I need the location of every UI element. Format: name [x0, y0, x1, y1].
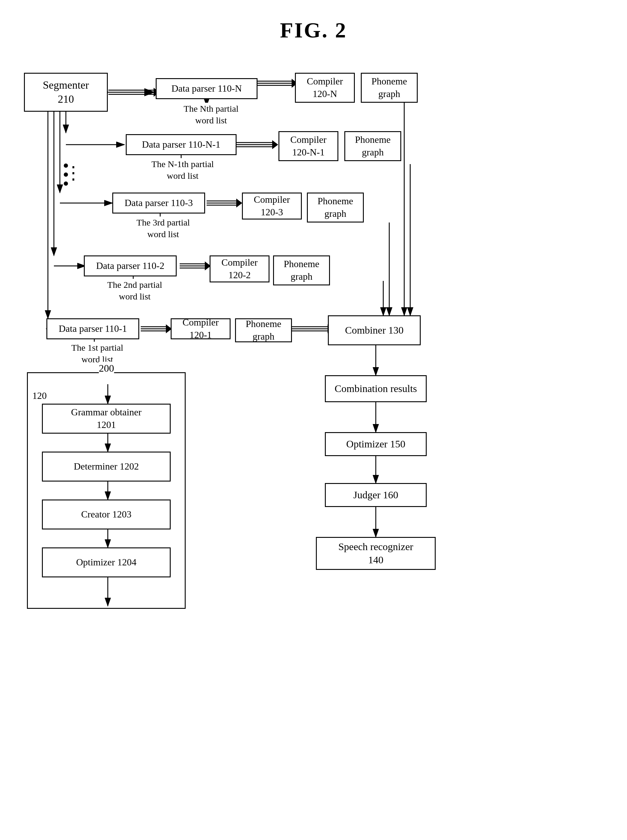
phoneme-graph-1-box: Phoneme graph — [235, 318, 292, 342]
compiler-n1-box: Compiler 120-N-1 — [279, 131, 338, 161]
phoneme-graph-1-label: Phoneme graph — [246, 318, 281, 343]
ellipsis-1: ⋮ — [65, 164, 82, 182]
compiler-2-label: Compiler 120-2 — [222, 256, 258, 281]
block-200-label: 200 — [99, 362, 114, 375]
creator-label: Creator 1203 — [81, 508, 131, 521]
data-parser-2-box: Data parser 110-2 — [84, 255, 176, 276]
phoneme-graph-n1-label: Phoneme graph — [355, 134, 391, 158]
optimizer-1204-label: Optimizer 1204 — [76, 556, 137, 569]
phoneme-graph-n-label: Phoneme graph — [371, 75, 407, 100]
compiler-3-label: Compiler 120-3 — [254, 194, 290, 218]
combiner-label: Combiner 130 — [345, 324, 403, 337]
compiler-n-label: Compiler 120-N — [307, 75, 343, 100]
grammar-obtainer-label: Grammar obtainer 1201 — [71, 406, 141, 431]
combination-results-box: Combination results — [325, 375, 427, 402]
compiler-2-box: Compiler 120-2 — [210, 255, 269, 282]
speech-recognizer-label: Speech recognizer 140 — [338, 540, 413, 567]
data-parser-n-box: Data parser 110-N — [156, 78, 257, 99]
third-partial-label: The 3rd partial word list — [117, 216, 210, 240]
svg-marker-27 — [236, 199, 242, 208]
compiler-n1-label: Compiler 120-N-1 — [290, 134, 327, 158]
data-parser-2-label: Data parser 110-2 — [96, 260, 164, 272]
n1th-partial-label: The N-1th partial word list — [130, 158, 235, 181]
optimizer-150-label: Optimizer 150 — [346, 438, 405, 451]
page-title: FIG. 2 — [0, 0, 627, 43]
data-parser-n1-label: Data parser 110-N-1 — [142, 138, 221, 151]
compiler-1-label: Compiler 120-1 — [183, 316, 219, 341]
optimizer-150-box: Optimizer 150 — [325, 432, 427, 456]
compiler-1-box: Compiler 120-1 — [171, 318, 230, 339]
grammar-obtainer-box: Grammar obtainer 1201 — [42, 404, 171, 433]
first-partial-label: The 1st partial word list — [51, 342, 144, 365]
determiner-label: Determiner 1202 — [74, 460, 139, 473]
second-partial-label: The 2nd partial word list — [88, 279, 181, 302]
data-parser-3-box: Data parser 110-3 — [112, 192, 205, 214]
segmenter-label: Segmenter 210 — [43, 78, 89, 106]
phoneme-graph-2-label: Phoneme graph — [284, 258, 319, 283]
speech-recognizer-box: Speech recognizer 140 — [316, 537, 436, 570]
combination-results-label: Combination results — [335, 382, 417, 395]
svg-marker-21 — [272, 140, 278, 149]
judger-box: Judger 160 — [325, 483, 427, 507]
creator-box: Creator 1203 — [42, 500, 171, 530]
combiner-box: Combiner 130 — [328, 315, 421, 345]
data-parser-3-label: Data parser 110-3 — [124, 197, 193, 209]
optimizer-1204-box: Optimizer 1204 — [42, 547, 171, 577]
phoneme-graph-3-label: Phoneme graph — [317, 195, 353, 220]
phoneme-graph-n1-box: Phoneme graph — [344, 131, 401, 161]
block-120-label: 120 — [32, 389, 47, 402]
segmenter-box: Segmenter 210 — [24, 73, 108, 112]
nth-partial-label: The Nth partial word list — [160, 103, 262, 126]
compiler-n-box: Compiler 120-N — [295, 73, 355, 103]
phoneme-graph-3-box: Phoneme graph — [307, 192, 364, 222]
data-parser-n-label: Data parser 110-N — [171, 82, 242, 95]
determiner-box: Determiner 1202 — [42, 452, 171, 482]
judger-label: Judger 160 — [353, 489, 398, 501]
data-parser-1-label: Data parser 110-1 — [59, 323, 127, 335]
compiler-3-box: Compiler 120-3 — [242, 192, 302, 219]
phoneme-graph-n-box: Phoneme graph — [361, 73, 418, 103]
data-parser-n1-box: Data parser 110-N-1 — [126, 134, 236, 155]
phoneme-graph-2-box: Phoneme graph — [273, 255, 330, 285]
data-parser-1-box: Data parser 110-1 — [46, 318, 139, 339]
